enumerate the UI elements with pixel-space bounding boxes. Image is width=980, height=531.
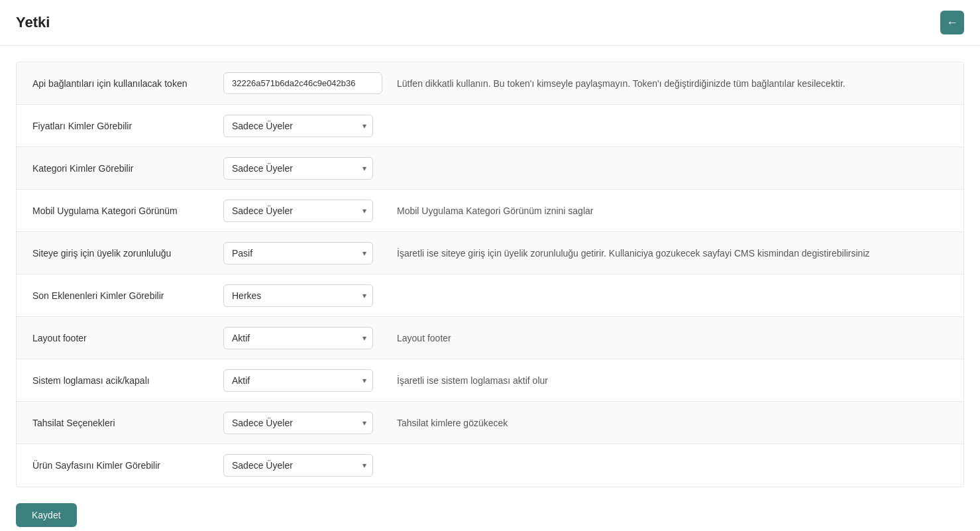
select-sistem-loglamasi[interactable]: AktifPasif (223, 369, 373, 392)
row-control-fiyatlari-kimler-gorebilir: Sadece ÜyelerHerkesPasif▾ (215, 107, 381, 145)
settings-row-api-token: Api bağlantıları için kullanılacak token… (17, 62, 963, 105)
row-control-mobil-uygulama-kategori: Sadece ÜyelerHerkesPasif▾ (215, 192, 381, 230)
select-tahsilat-secenekleri[interactable]: Sadece ÜyelerHerkesPasif (223, 412, 373, 434)
save-button[interactable]: Kaydet (16, 503, 77, 527)
select-wrapper-layout-footer: AktifPasif▾ (223, 327, 373, 349)
row-control-son-eklenenleri-kimler-gorebilir: HerkesSadece ÜyelerPasif▾ (215, 276, 381, 315)
row-description-fiyatlari-kimler-gorebilir (381, 118, 963, 134)
row-description-layout-footer: Layout footer (381, 325, 963, 351)
row-label-kategori-kimler-gorebilir: Kategori Kimler Görebilir (17, 155, 215, 182)
row-description-son-eklenenleri-kimler-gorebilir (381, 288, 963, 304)
settings-row-kategori-kimler-gorebilir: Kategori Kimler GörebilirSadece ÜyelerHe… (17, 147, 963, 190)
row-description-siteye-giris: İşaretli ise siteye giriş için üyelik zo… (381, 240, 963, 266)
page-title: Yetki (16, 14, 50, 31)
select-siteye-giris[interactable]: PasifAktifSadece ÜyelerHerkes (223, 242, 373, 265)
select-fiyatlari-kimler-gorebilir[interactable]: Sadece ÜyelerHerkesPasif (223, 115, 373, 137)
row-control-layout-footer: AktifPasif▾ (215, 319, 381, 357)
settings-row-son-eklenenleri-kimler-gorebilir: Son Eklenenleri Kimler GörebilirHerkesSa… (17, 274, 963, 317)
row-description-tahsilat-secenekleri: Tahsilat kimlere gözükecek (381, 410, 963, 436)
row-label-layout-footer: Layout footer (17, 325, 215, 351)
row-label-fiyatlari-kimler-gorebilir: Fiyatları Kimler Görebilir (17, 113, 215, 139)
row-description-urun-sayfasini-kimler-gorebilir (381, 457, 963, 473)
select-wrapper-siteye-giris: PasifAktifSadece ÜyelerHerkes▾ (223, 242, 373, 265)
select-wrapper-fiyatlari-kimler-gorebilir: Sadece ÜyelerHerkesPasif▾ (223, 115, 373, 137)
select-wrapper-sistem-loglamasi: AktifPasif▾ (223, 369, 373, 392)
row-label-urun-sayfasini-kimler-gorebilir: Ürün Sayfasını Kimler Görebilir (17, 452, 215, 479)
settings-row-sistem-loglamasi: Sistem loglaması acik/kapalıAktifPasif▾İ… (17, 359, 963, 402)
row-label-siteye-giris: Siteye giriş için üyelik zorunluluğu (17, 240, 215, 266)
row-label-tahsilat-secenekleri: Tahsilat Seçenekleri (17, 410, 215, 436)
row-label-sistem-loglamasi: Sistem loglaması acik/kapalı (17, 367, 215, 394)
row-control-kategori-kimler-gorebilir: Sadece ÜyelerHerkesPasif▾ (215, 149, 381, 188)
settings-row-fiyatlari-kimler-gorebilir: Fiyatları Kimler GörebilirSadece ÜyelerH… (17, 105, 963, 147)
select-layout-footer[interactable]: AktifPasif (223, 327, 373, 349)
select-urun-sayfasini-kimler-gorebilir[interactable]: Sadece ÜyelerHerkesPasif (223, 454, 373, 477)
row-control-siteye-giris: PasifAktifSadece ÜyelerHerkes▾ (215, 234, 381, 272)
row-label-mobil-uygulama-kategori: Mobil Uygulama Kategori Görünüm (17, 198, 215, 224)
select-wrapper-tahsilat-secenekleri: Sadece ÜyelerHerkesPasif▾ (223, 412, 373, 434)
select-wrapper-urun-sayfasini-kimler-gorebilir: Sadece ÜyelerHerkesPasif▾ (223, 454, 373, 477)
back-button[interactable]: ← (940, 11, 964, 34)
row-label-son-eklenenleri-kimler-gorebilir: Son Eklenenleri Kimler Görebilir (17, 282, 215, 309)
row-control-urun-sayfasini-kimler-gorebilir: Sadece ÜyelerHerkesPasif▾ (215, 446, 381, 485)
select-kategori-kimler-gorebilir[interactable]: Sadece ÜyelerHerkesPasif (223, 157, 373, 180)
row-control-sistem-loglamasi: AktifPasif▾ (215, 361, 381, 400)
settings-row-siteye-giris: Siteye giriş için üyelik zorunluluğuPasi… (17, 232, 963, 274)
settings-row-tahsilat-secenekleri: Tahsilat SeçenekleriSadece ÜyelerHerkesP… (17, 402, 963, 444)
settings-row-layout-footer: Layout footerAktifPasif▾Layout footer (17, 317, 963, 359)
token-input[interactable] (223, 72, 382, 94)
settings-container: Api bağlantıları için kullanılacak token… (16, 62, 964, 487)
row-description-sistem-loglamasi: İşaretli ise sistem loglaması aktif olur (381, 367, 963, 394)
main-content: Api bağlantıları için kullanılacak token… (0, 46, 980, 531)
select-wrapper-kategori-kimler-gorebilir: Sadece ÜyelerHerkesPasif▾ (223, 157, 373, 180)
back-icon: ← (946, 16, 958, 30)
select-wrapper-son-eklenenleri-kimler-gorebilir: HerkesSadece ÜyelerPasif▾ (223, 284, 373, 307)
row-control-tahsilat-secenekleri: Sadece ÜyelerHerkesPasif▾ (215, 404, 381, 442)
row-description-kategori-kimler-gorebilir (381, 160, 963, 176)
row-description-mobil-uygulama-kategori: Mobil Uygulama Kategori Görünüm iznini s… (381, 198, 963, 224)
select-wrapper-mobil-uygulama-kategori: Sadece ÜyelerHerkesPasif▾ (223, 200, 373, 222)
select-son-eklenenleri-kimler-gorebilir[interactable]: HerkesSadece ÜyelerPasif (223, 284, 373, 307)
row-description-api-token: Lütfen dikkatli kullanın. Bu token'ı kim… (381, 70, 963, 97)
settings-row-mobil-uygulama-kategori: Mobil Uygulama Kategori GörünümSadece Üy… (17, 190, 963, 232)
settings-row-urun-sayfasini-kimler-gorebilir: Ürün Sayfasını Kimler GörebilirSadece Üy… (17, 444, 963, 487)
select-mobil-uygulama-kategori[interactable]: Sadece ÜyelerHerkesPasif (223, 200, 373, 222)
page-header: Yetki ← (0, 0, 980, 46)
row-label-api-token: Api bağlantıları için kullanılacak token (17, 70, 215, 97)
row-control-api-token (215, 64, 381, 102)
